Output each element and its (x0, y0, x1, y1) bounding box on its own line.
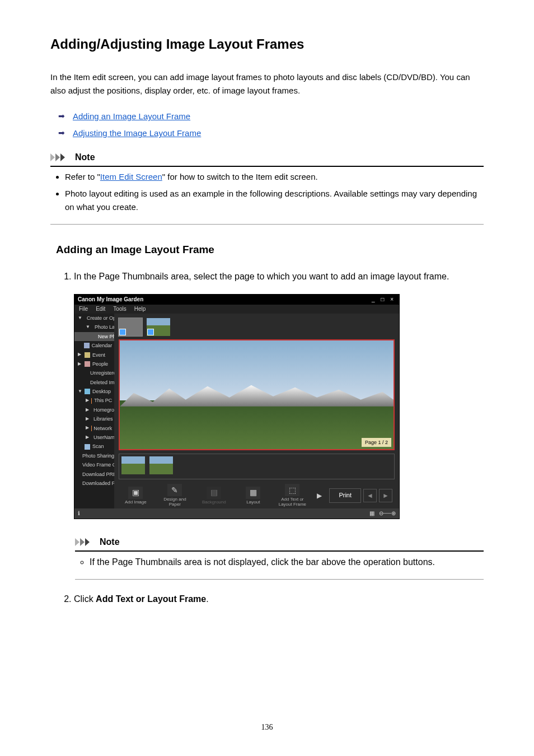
layout-button[interactable]: ▦ Layout (238, 487, 268, 505)
tree-item[interactable]: ▶This PC (74, 396, 114, 405)
caret-icon: ▶ (86, 397, 89, 404)
tree-item-icon (85, 444, 90, 450)
tree-item[interactable]: Deleted Images of People (74, 378, 114, 387)
caret-icon: ▶ (86, 434, 89, 441)
tree-item-label: New Photo Layout (1) (98, 333, 114, 340)
caret-icon: ▼ (78, 388, 82, 395)
tree-item-label: Libraries (93, 415, 113, 423)
thumb-checkbox-icon[interactable] (119, 329, 126, 335)
sidebar-tree: ▼Create or Open Items▼Photo LayoutNew Ph… (74, 314, 114, 508)
tree-item[interactable]: ▶Event (74, 351, 114, 360)
caret-icon: ▶ (78, 351, 82, 358)
note-header: Note (50, 150, 484, 167)
tree-item-label: Desktop (92, 388, 111, 395)
tree-item[interactable]: New Photo Layout (1) (74, 332, 114, 341)
note-label: Note (75, 150, 95, 165)
tree-item-label: People (92, 360, 108, 368)
add-frame-button[interactable]: ⬚ Add Text or Layout Frame (278, 484, 307, 507)
tree-item-label: This PC (94, 396, 112, 404)
caret-icon: ▶ (86, 407, 89, 414)
tree-item[interactable]: Downloaded PREMIUM Contents (74, 479, 114, 488)
caret-icon: ▼ (86, 324, 90, 331)
tree-item[interactable]: ▶Homegroup (74, 405, 114, 414)
tree-item-label: Downloaded PREMIUM Contents (82, 479, 114, 487)
background-icon: ▤ (207, 487, 221, 499)
status-icon: ▦ (369, 509, 374, 518)
page-indicator: Page 1 / 2 (362, 438, 391, 447)
caret-icon: ▶ (86, 416, 89, 423)
background-button: ▤ Background (199, 487, 228, 505)
svg-marker-3 (75, 538, 79, 546)
preview-image (120, 384, 394, 407)
tree-item[interactable]: ▼Photo Layout (74, 323, 114, 332)
tree-item[interactable]: ▶Libraries (74, 414, 114, 423)
note-body-2: If the Page Thumbnails area is not displ… (75, 555, 484, 580)
statusbar: ℹ ▦ ⊖──⊕ (74, 508, 399, 519)
tree-item-icon (84, 343, 89, 348)
intro-text: In the Item edit screen, you can add ima… (50, 71, 484, 97)
preview-area[interactable]: Page 1 / 2 (119, 339, 395, 450)
next-button[interactable]: ► (379, 489, 392, 502)
design-paper-button[interactable]: ✎ Design and Paper (160, 484, 189, 507)
tree-item[interactable]: Video Frame Capture (74, 460, 114, 469)
tree-item[interactable]: ▼Desktop (74, 387, 114, 396)
main-area: Page 1 / 2 ▣ Add Image ✎ (114, 314, 399, 508)
zoom-slider-icon[interactable]: ⊖──⊕ (379, 509, 396, 518)
link-item-edit-screen[interactable]: Item Edit Screen (100, 172, 162, 181)
link-adding[interactable]: Adding an Image Layout Frame (73, 111, 190, 121)
note-body: Refer to "Item Edit Screen" for how to s… (50, 170, 484, 225)
jump-links: Adding an Image Layout Frame Adjusting t… (58, 110, 484, 140)
svg-marker-0 (50, 153, 55, 161)
tree-item[interactable]: ▶Network (74, 424, 114, 433)
add-image-button[interactable]: ▣ Add Image (121, 487, 150, 505)
tree-item-label: Unregistered People (90, 369, 114, 377)
tree-item[interactable]: Calendar (74, 341, 114, 350)
tree-item[interactable]: Unregistered People (74, 368, 114, 377)
tree-item-icon (85, 389, 90, 394)
note-item-1: Refer to "Item Edit Screen" for how to s… (65, 170, 484, 184)
svg-marker-2 (60, 153, 65, 161)
tree-item-label: Scan (92, 442, 104, 450)
menubar: File Edit Tools Help (74, 305, 399, 314)
link-adjusting[interactable]: Adjusting the Image Layout Frame (73, 128, 201, 138)
image-tray (119, 454, 395, 479)
page-number: 136 (0, 721, 534, 734)
window-buttons[interactable]: _ □ × (372, 295, 396, 304)
note-header-2: Note (75, 535, 484, 552)
tree-item[interactable]: Download PREMIUM Contents (74, 470, 114, 479)
menu-edit[interactable]: Edit (96, 305, 105, 314)
page-thumbnails (119, 318, 395, 336)
note-chevron-icon (50, 153, 72, 161)
info-icon[interactable]: ℹ (78, 509, 80, 518)
tree-item[interactable]: ▶UserName (74, 433, 114, 442)
thumb-2[interactable] (147, 318, 170, 336)
tree-item-label: Network (93, 424, 112, 432)
tree-item-label: Homegroup (93, 406, 114, 414)
tree-item-label: UserName (93, 433, 114, 441)
prev-button[interactable]: ◄ (363, 489, 377, 502)
tree-item-label: Deleted Images of People (90, 379, 114, 386)
tree-item-label: Photo Layout (95, 323, 114, 331)
tree-item[interactable]: Photo Sharing Sites (74, 451, 114, 460)
thumb-1[interactable] (119, 318, 142, 336)
tree-item-icon (91, 398, 92, 404)
tray-thumb-2[interactable] (149, 456, 173, 474)
svg-marker-1 (55, 153, 60, 161)
thumb-checkbox-icon[interactable] (147, 329, 154, 335)
menu-tools[interactable]: Tools (113, 305, 126, 314)
tree-item[interactable]: ▶People (74, 360, 114, 368)
menu-help[interactable]: Help (134, 305, 146, 314)
svg-marker-5 (85, 538, 90, 546)
tree-item-label: Create or Open Items (87, 314, 114, 322)
tree-item-icon (85, 361, 90, 367)
step-2: Click Add Text or Layout Frame. (74, 592, 484, 606)
print-button[interactable]: Print (329, 488, 361, 503)
tree-item[interactable]: ▼Create or Open Items (74, 314, 114, 323)
menu-file[interactable]: File (79, 305, 88, 314)
play-icon[interactable]: ▶ (317, 491, 327, 501)
design-paper-icon: ✎ (167, 484, 182, 496)
note-label-2: Note (100, 535, 120, 549)
tray-thumb-1[interactable] (121, 456, 145, 474)
caret-icon: ▶ (78, 361, 82, 368)
tree-item[interactable]: Scan (74, 442, 114, 451)
